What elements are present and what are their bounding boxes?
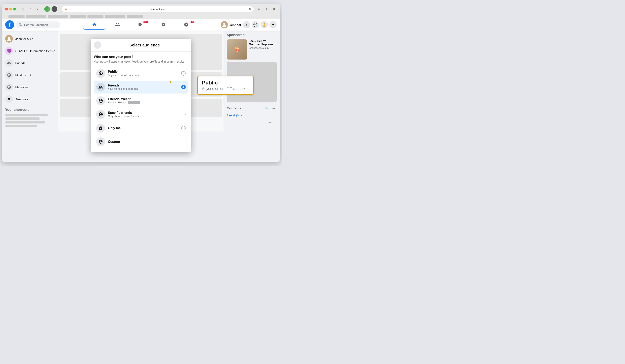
fb-logo: f	[5, 20, 14, 29]
sidebar-item-covid[interactable]: 💜 COVID-19 Information Centre	[4, 45, 57, 57]
reload-icon	[44, 6, 50, 12]
modal-question: Who can see your post?	[94, 55, 188, 59]
back-button[interactable]: ‹	[27, 6, 33, 12]
search-placeholder: Search Facebook	[24, 23, 48, 27]
sidebar-profile-name: Jennifer Allen	[15, 37, 33, 41]
share-button[interactable]: ⎙	[256, 6, 262, 12]
messenger-button[interactable]: 💬	[252, 21, 259, 28]
modal-description: Your post will appear in News Feed, on y…	[94, 60, 188, 64]
sidebar-item-profile[interactable]: Jennifer Allen	[4, 33, 57, 45]
see-more-icon: ▼	[5, 95, 13, 103]
bookmark-4[interactable]	[70, 15, 86, 18]
audience-option-specific[interactable]: Specific friends Only show to some frien…	[94, 108, 188, 121]
fb-header: f 🔍 Search Facebook 9+	[2, 19, 280, 30]
bookmark-3[interactable]	[48, 15, 68, 18]
bookmark-1[interactable]	[8, 15, 25, 18]
bookmark-7[interactable]	[127, 15, 143, 18]
public-sub: Anyone on or off Facebook	[108, 74, 178, 77]
modal-back-button[interactable]	[94, 41, 101, 49]
sidebar-item-recent[interactable]: Most recent	[4, 69, 57, 81]
lock-icon: 🔒	[64, 8, 67, 10]
sponsored-item: 🍿 Joe & Seph's Gourmet Popcorn joeandsep…	[227, 39, 277, 59]
only-me-icon	[96, 124, 105, 133]
audience-option-friends[interactable]: Friends Your friends on Facebook	[94, 81, 188, 93]
add-button[interactable]: +	[243, 21, 250, 28]
minimize-button[interactable]	[9, 8, 12, 10]
notifications-button[interactable]: 🔔	[261, 21, 268, 28]
covid-icon: 💜	[5, 47, 13, 55]
shortcut-1	[5, 114, 48, 116]
sidebar-covid-label: COVID-19 Information Centre	[15, 49, 55, 53]
more-contacts-button[interactable]: ⋯	[271, 105, 277, 112]
left-sidebar: Jennifer Allen 💜 COVID-19 Information Ce…	[2, 30, 58, 132]
shortcut-2	[5, 117, 40, 120]
only-me-name: Only me	[108, 126, 178, 130]
bookmark-6[interactable]	[105, 15, 125, 18]
bookmark-2[interactable]	[26, 15, 46, 18]
search-icon: 🔍	[19, 23, 23, 27]
browser-titlebar: ⊞ ‹ › 🛡 🔒 facebook.com ↻ ⎙ + ⧉	[2, 4, 280, 14]
contacts-actions: 🔍 ⋯	[264, 105, 277, 112]
sidebar-friends-label: Friends	[15, 61, 25, 65]
audience-option-public[interactable]: Public Anyone on or off Facebook	[94, 67, 188, 80]
sidebar-memories-label: Memories	[15, 85, 29, 89]
sidebar-toggle-button[interactable]: ⊞	[20, 6, 26, 12]
shortcut-3	[5, 121, 45, 123]
search-contacts-button[interactable]: 🔍	[264, 105, 270, 112]
nav-friends[interactable]	[106, 20, 128, 29]
sponsored-item-title: Joe & Seph's Gourmet Popcorn	[249, 39, 277, 46]
forward-button[interactable]: ›	[35, 6, 40, 12]
account-menu-button[interactable]: ▾	[269, 21, 277, 28]
annotation-line	[169, 82, 197, 82]
custom-icon	[96, 137, 105, 146]
public-name: Public	[108, 70, 178, 74]
profile-avatar	[5, 35, 13, 43]
close-button[interactable]	[5, 8, 8, 10]
friends-audience-icon	[96, 83, 105, 91]
svg-point-0	[223, 23, 225, 25]
friends-radio[interactable]	[181, 85, 186, 89]
tab-overview-button[interactable]: ⧉	[271, 6, 277, 12]
audience-modal-container: Select audience Who can see your post? Y…	[91, 39, 191, 152]
toolbar-row: ⠿	[2, 14, 280, 19]
friends-except-icon	[96, 96, 105, 105]
sponsored-item-subtitle: joeandsephs.co.uk	[249, 47, 277, 50]
shortcut-4	[5, 125, 37, 127]
edit-button[interactable]: ✏	[267, 119, 273, 126]
contacts-title: Contacts	[227, 106, 241, 111]
only-me-radio[interactable]	[181, 126, 186, 130]
fb-nav: 9+ 7	[60, 20, 221, 29]
public-icon	[96, 69, 105, 78]
maximize-button[interactable]	[13, 8, 16, 10]
search-bar[interactable]: 🔍 Search Facebook	[16, 21, 60, 28]
nav-home[interactable]	[83, 20, 105, 29]
shortcuts-section-title: Your shortcuts	[4, 105, 57, 112]
friends-except-sub: Friends; Except:	[108, 101, 182, 104]
sidebar-item-friends[interactable]: Friends	[4, 57, 57, 69]
sponsored-title: Sponsored	[227, 33, 277, 37]
facebook-app: f 🔍 Search Facebook 9+	[2, 19, 280, 162]
audience-option-friends-except[interactable]: Friends except... Friends; Except: ›	[94, 94, 188, 107]
audience-option-custom[interactable]: Custom ›	[94, 135, 188, 148]
video-badge: 9+	[143, 21, 148, 23]
friends-except-name: Friends except...	[108, 97, 182, 101]
sidebar-item-memories[interactable]: Memories	[4, 81, 57, 93]
nav-video[interactable]: 9+	[129, 20, 152, 29]
public-text: Public Anyone on or off Facebook	[108, 70, 178, 77]
user-profile-link[interactable]: Jennifer	[221, 21, 241, 28]
new-tab-button[interactable]: +	[264, 6, 269, 12]
bookmark-5[interactable]	[87, 15, 103, 18]
modal-body: Who can see your post? Your post will ap…	[91, 52, 191, 152]
audience-option-only-me[interactable]: Only me	[94, 122, 188, 135]
address-bar[interactable]: 🔒 facebook.com ↻	[61, 6, 254, 12]
refresh-icon[interactable]: ↻	[249, 7, 251, 11]
browser-actions: ⎙ + ⧉	[256, 6, 277, 12]
sidebar-item-see-more[interactable]: ▼ See more	[4, 93, 57, 105]
sidebar-recent-label: Most recent	[15, 73, 31, 77]
chevron-down-icon: ▾	[240, 114, 242, 117]
nav-marketplace[interactable]	[152, 20, 174, 29]
public-radio[interactable]	[181, 71, 186, 76]
see-all-button[interactable]: See all (0) ▾	[227, 114, 277, 117]
nav-groups[interactable]: 7	[175, 20, 197, 29]
annotation-container: Public Anyone on or off Facebook	[197, 76, 254, 95]
